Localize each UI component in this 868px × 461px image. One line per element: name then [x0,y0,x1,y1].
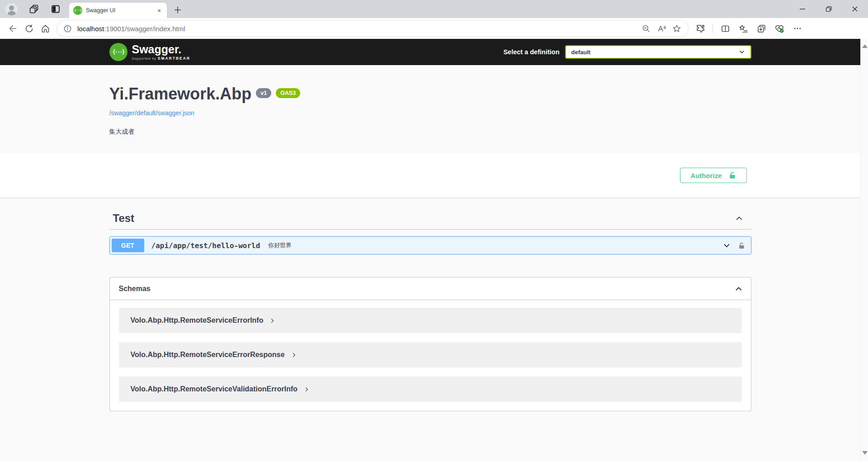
schema-row-remote-service-error-info[interactable]: Volo.Abp.Http.RemoteServiceErrorInfo [119,308,742,333]
scrollbar-up-arrow[interactable] [862,44,868,48]
select-definition-label: Select a definition [503,48,559,56]
api-description: 集大成者 [109,128,751,136]
profile-avatar[interactable] [5,3,18,15]
oas3-badge: OAS3 [276,88,300,98]
spec-json-link[interactable]: /swagger/default/swagger.json [109,109,194,117]
home-icon[interactable] [37,20,53,37]
swagger-logo-icon: {···} [109,43,127,61]
window-close-button[interactable] [842,0,868,18]
refresh-icon[interactable] [21,20,37,37]
expand-chevron-down-icon[interactable] [723,242,731,249]
favorite-star-icon[interactable] [669,21,684,36]
main-content: Test GET /api/app/test/hello-world 你好世界 … [100,209,760,411]
schemas-chevron-up-icon[interactable] [735,285,743,293]
url-path: :19001/swagger/index.html [104,25,185,33]
site-info-icon[interactable] [63,24,72,33]
definition-select[interactable]: default [565,45,751,59]
chevron-right-icon [304,386,310,392]
tab-actions-icon[interactable] [50,4,61,14]
url-text[interactable]: localhost:19001/swagger/index.html [77,25,638,33]
schema-name: Volo.Abp.Http.RemoteServiceErrorInfo [131,316,264,325]
scrollbar-down-arrow[interactable] [862,451,868,455]
api-info-section: Yi.Framework.Abp v1 OAS3 /swagger/defaul… [0,65,860,153]
new-tab-button[interactable] [173,5,182,14]
schema-name: Volo.Abp.Http.RemoteServiceValidationErr… [131,385,298,393]
api-title: Yi.Framework.Abp [109,84,252,103]
split-screen-icon[interactable] [717,21,733,36]
operation-get-hello-world[interactable]: GET /api/app/test/hello-world 你好世界 [109,236,751,254]
page-viewport: {···} Swagger. Supported bySMARTBEAR Sel… [0,39,868,461]
swagger-favicon: {···} [73,6,82,15]
settings-menu-icon[interactable] [790,21,805,36]
url-host: localhost [77,25,104,33]
tab-strip: {···} Swagger UI × [0,0,868,18]
swagger-logo: {···} Swagger. Supported bySMARTBEAR [109,43,191,61]
scheme-container: Authorize [0,153,860,198]
workspaces-icon[interactable] [28,4,39,14]
chevron-down-icon [739,49,745,55]
schemas-section: Schemas Volo.Abp.Http.RemoteServiceError… [109,277,751,411]
version-badge: v1 [256,88,271,98]
chevron-right-icon [291,352,297,358]
schemas-title: Schemas [119,285,151,293]
chevron-right-icon [269,318,275,324]
schema-row-remote-service-error-response[interactable]: Volo.Abp.Http.RemoteServiceErrorResponse [119,342,742,367]
unlock-icon [728,171,736,179]
schemas-header[interactable]: Schemas [110,278,751,300]
back-icon[interactable] [5,20,21,37]
vertical-scrollbar[interactable] [860,39,868,461]
schema-name: Volo.Abp.Http.RemoteServiceErrorResponse [131,351,285,359]
zoom-out-icon[interactable] [638,21,654,36]
extensions-icon[interactable] [693,21,708,36]
operation-lock-icon[interactable] [738,242,745,249]
authorize-button[interactable]: Authorize [680,168,746,183]
authorize-label: Authorize [690,172,722,179]
definition-select-value: default [571,49,591,56]
swagger-topbar: {···} Swagger. Supported bySMARTBEAR Sel… [0,39,860,65]
browser-essentials-icon[interactable] [772,21,787,36]
tab-title: Swagger UI [86,7,152,14]
browser-toolbar: localhost:19001/swagger/index.html [0,18,868,39]
tab-close-icon[interactable]: × [156,6,163,15]
window-minimize-button[interactable] [789,0,816,18]
browser-tab-swagger-ui[interactable]: {···} Swagger UI × [69,3,167,18]
toolbar-divider [712,24,713,33]
swagger-logo-text: Swagger. [132,44,191,55]
operation-description: 你好世界 [268,241,292,249]
schema-row-remote-service-validation-error-info[interactable]: Volo.Abp.Http.RemoteServiceValidationErr… [119,376,742,402]
tag-section-header[interactable]: Test [109,209,751,230]
swagger-logo-subtext: Supported bySMARTBEAR [132,56,191,61]
method-badge: GET [112,239,144,252]
read-aloud-icon[interactable] [654,21,669,36]
operation-path: /api/app/test/hello-world [151,241,260,250]
collapse-chevron-up-icon[interactable] [735,214,743,222]
avatar-body [7,11,16,15]
avatar-head [9,5,14,10]
tag-title: Test [113,212,135,225]
window-restore-button[interactable] [816,0,842,18]
collections-icon[interactable] [754,21,769,36]
favorites-bar-icon[interactable] [736,21,751,36]
address-bar[interactable]: localhost:19001/swagger/index.html [57,20,688,37]
